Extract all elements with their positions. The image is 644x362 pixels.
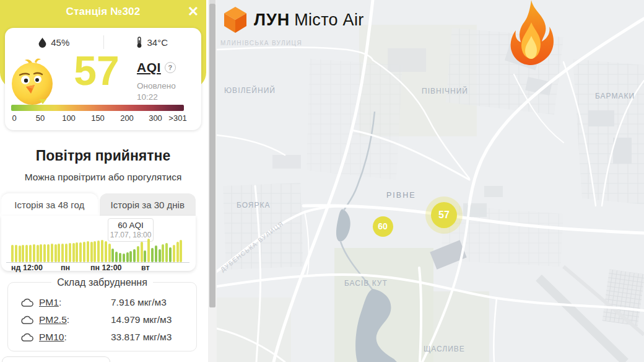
pollution-row: PM1:7.916 мкг/м3 [20,294,189,311]
aqi-bar[interactable] [47,244,50,262]
air-status-subtitle: Можна провітрити або прогулятися [0,172,206,183]
pollutant-link[interactable]: PM10: [39,332,103,343]
aqi-bar[interactable] [165,243,168,262]
aqi-bar[interactable] [108,244,111,262]
station-marker-60[interactable]: 60 [373,216,393,237]
aqi-bar[interactable] [155,245,157,262]
temperature-value: 34°C [147,37,168,48]
aqi-bar[interactable] [37,245,39,262]
aqi-bar[interactable] [159,249,161,262]
map-canvas[interactable]: ЛУНМісто Air МЛИНІВСЬКА ВУЛИЦЯ ЮВІЛЕЙНИЙ… [217,0,644,362]
aqi-bar[interactable] [101,240,103,262]
aqi-bar[interactable] [51,244,53,262]
cloud-icon [20,315,34,325]
updated-time: 10:22 [137,92,176,103]
district-label-basiv-kut: БАСІВ КУТ [344,279,388,288]
aqi-bar[interactable] [147,239,150,262]
aqi-bar[interactable] [33,244,35,262]
brand-logo[interactable]: ЛУНМісто Air [223,6,364,33]
aqi-bar[interactable] [43,244,46,262]
aqi-bar[interactable] [144,250,146,262]
close-icon[interactable]: ✕ [185,4,201,20]
aqi-bar[interactable] [61,244,64,262]
aqi-bar[interactable] [65,244,67,262]
thermometer-icon [136,37,142,48]
aqi-bar[interactable] [105,241,107,262]
x-tick: нд 12:00 [11,263,43,272]
aqi-bar[interactable] [72,243,75,262]
fire-icon [507,0,556,67]
aqi-bar[interactable] [94,241,96,262]
aqi-bar[interactable] [176,242,179,262]
aqi-label-link[interactable]: AQI [137,60,161,74]
aqi-bar[interactable] [169,247,172,262]
x-tick: пн 12:00 [90,263,122,272]
air-status-title: Повітря прийнятне [0,148,206,164]
aqi-bar[interactable] [126,252,129,262]
cloud-icon [20,298,34,307]
aqi-bar[interactable] [25,245,28,262]
tab-history-48h[interactable]: Історія за 48 год [1,193,98,216]
scale-tick: 300 [149,113,162,123]
aqi-bar[interactable] [29,245,32,262]
aqi-bar[interactable] [87,241,89,262]
aqi-bar[interactable] [151,248,154,262]
aqi-bar[interactable] [115,252,118,262]
aqi-bar[interactable] [137,246,139,262]
street-label-mlynivska: МЛИНІВСЬКА ВУЛИЦЯ [220,40,302,46]
map-tiles [217,0,644,362]
station-title: Станція №302 [0,6,206,18]
aqi-bar[interactable] [22,245,24,262]
aqi-bar[interactable] [40,244,42,262]
pollutant-link[interactable]: PM1: [39,297,103,308]
aqi-bar[interactable] [180,240,182,262]
district-label-boiarka: БОЯРКА [237,201,270,210]
help-icon[interactable]: ? [165,62,176,73]
next-card-edge [2,356,110,362]
aqi-bar[interactable] [111,249,114,262]
aqi-bar[interactable] [15,245,17,262]
tooltip-value: 60 AQI [108,221,153,230]
aqi-bar[interactable] [123,254,125,262]
history-tabs: Історія за 48 год Історія за 30 днів [1,193,196,216]
history-chart-card: 60 AQI 17.07, 18:00 нд 12:00 пн пн 12:00… [1,216,196,271]
humidity-droplet-icon [38,37,46,48]
city-label-rivne: РІВНЕ [386,191,416,200]
scale-tick: 50 [36,113,45,123]
meteo-divider [103,35,104,49]
aqi-bar[interactable] [133,249,136,262]
aqi-bar[interactable] [69,243,71,262]
aqi-bar[interactable] [97,241,100,262]
aqi-bar[interactable] [54,244,57,262]
pollutant-link[interactable]: PM2.5: [39,314,103,325]
pollution-title: Склад забруднення [51,277,153,288]
aqi-scale: 0 50 100 150 200 300 >301 [11,105,184,123]
aqi-bars [11,237,183,262]
aqi-scale-ticks: 0 50 100 150 200 300 >301 [11,113,184,123]
aqi-bar[interactable] [141,242,143,262]
aqi-bar[interactable] [58,244,60,262]
station-marker-57[interactable]: 57 [431,202,457,228]
district-label-yuvileinyi: ЮВІЛЕЙНИЙ [224,86,276,95]
aqi-bar[interactable] [129,251,132,262]
updated-label: Оновлено [137,81,176,92]
aqi-bar[interactable] [90,242,93,262]
aqi-bar[interactable] [19,245,21,262]
aqi-bar[interactable] [83,242,85,262]
aqi-bar[interactable] [79,242,82,262]
aqi-bar[interactable] [173,245,175,262]
tab-history-30d[interactable]: Історія за 30 днів [100,193,196,216]
pollutant-value: 7.916 мкг/м3 [111,297,167,308]
aqi-summary-card: 45% 34°C [5,28,201,130]
pollution-rows: PM1:7.916 мкг/м3PM2.5:14.979 мкг/м3PM10:… [20,294,189,346]
aqi-scale-pointer-icon [39,99,46,104]
cloud-icon [20,332,34,342]
sidebar-scrollbar[interactable] [208,0,217,362]
aqi-bar[interactable] [76,242,78,262]
aqi-bar[interactable] [162,244,164,262]
lun-cube-icon [223,6,248,33]
district-label-pivnichnyi: ПІВНІЧНИЙ [422,87,468,95]
aqi-bar[interactable] [119,253,121,262]
scrollbar-thumb[interactable] [209,4,215,307]
aqi-bar[interactable] [11,245,14,262]
